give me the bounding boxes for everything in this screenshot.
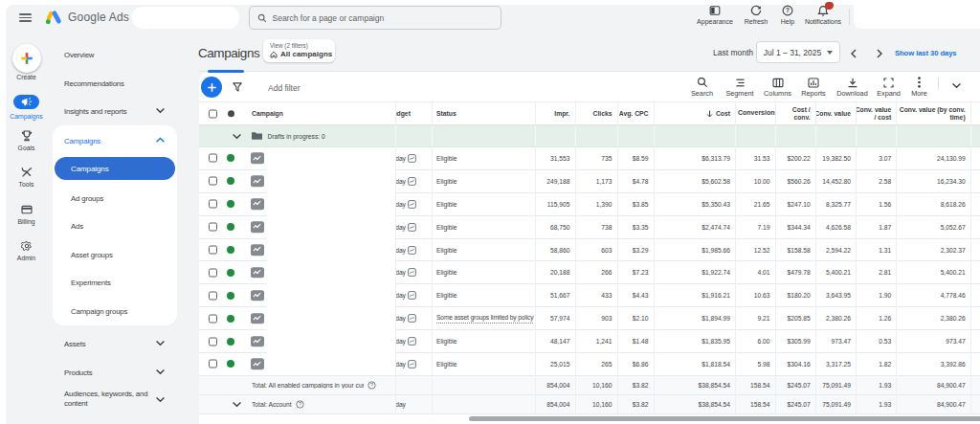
next-period-button[interactable] [876,49,884,57]
performance-chart-thumbnail[interactable] [251,153,264,165]
performance-chart-thumbnail[interactable] [251,198,264,210]
previous-period-button[interactable] [850,49,858,57]
global-search-box[interactable]: Search for a page or campaign [249,6,501,30]
drafts-cell-empty [536,125,576,147]
row-checkbox[interactable] [209,246,217,255]
nav-item-products[interactable]: Products [64,368,93,376]
cell-avg-cpc: $6.86 [618,353,655,376]
performance-chart-thumbnail[interactable] [251,290,264,301]
budget-report-icon[interactable] [408,291,416,300]
performance-chart-thumbnail[interactable] [251,359,264,370]
cell-cost: $38,854.54 [655,376,737,395]
budget-report-icon[interactable] [408,268,416,277]
nav-item-assets[interactable]: Assets [64,340,86,348]
nav-item-ads[interactable]: Ads [71,222,83,231]
row-checkbox[interactable] [209,177,217,186]
chevron-down-icon[interactable] [155,107,166,118]
add-filter-button[interactable]: Add filter [268,83,301,93]
budget-report-icon[interactable] [408,154,416,163]
view-filter-chip[interactable]: View (2 filters) All campaigns [263,39,335,62]
row-checkbox[interactable] [209,200,217,209]
drafts-cell-empty [776,125,816,147]
row-checkbox[interactable] [209,223,217,232]
nav-item-ad-groups[interactable]: Ad groups [71,193,103,202]
status-text[interactable]: Some asset groups limited by policy [436,313,533,324]
account-info-redacted [854,0,980,29]
select-all-checkbox[interactable] [209,109,217,118]
value: $200.22 [788,155,811,162]
value: 58,860 [550,247,569,254]
nav-section-campaigns[interactable]: Campaigns [64,136,100,145]
budget-report-icon[interactable] [408,200,416,209]
chevron-down-icon[interactable] [232,401,242,408]
performance-chart-thumbnail[interactable] [251,336,264,347]
header-action-notifications[interactable]: Notifications [802,5,844,32]
notifications-icon [817,5,829,16]
performance-chart-thumbnail[interactable] [251,313,264,324]
budget-report-icon[interactable] [408,360,416,368]
cell-conv-value: 75,091.49 [816,376,857,395]
filter-icon[interactable] [233,82,242,92]
cell-status: Eligible [433,239,536,262]
cell-clicks: 903 [576,307,618,330]
rail-item-create[interactable]: Create [0,44,53,80]
toolbar-action-more[interactable]: More [898,77,942,98]
value: $1,916.21 [702,292,730,299]
rail-item-goals[interactable]: Goals [0,130,53,152]
header-cell-cost: Cost [655,102,737,125]
date-range-value: Jul 1 – 31, 2025 [764,48,822,57]
rail-item-campaigns[interactable]: Campaigns [0,95,53,120]
notification-badge [825,2,835,10]
performance-chart-thumbnail[interactable] [251,267,264,279]
horizontal-scrollbar-thumb[interactable] [469,416,980,421]
cell-clicks: 1,390 [576,193,618,216]
row-checkbox[interactable] [209,291,217,300]
budget-report-icon[interactable] [408,246,416,255]
nav-item-asset-groups[interactable]: Asset groups [71,250,113,258]
rail-item-admin[interactable]: Admin [0,239,53,261]
chevron-down-icon[interactable] [155,368,166,379]
rail-item-billing[interactable]: Billing [0,203,53,225]
new-campaign-button[interactable] [201,77,222,98]
show-last-30-days-link[interactable]: Show last 30 days [895,49,957,57]
nav-selected-pill[interactable]: Campaigns [55,157,175,180]
nav-item-audiences-keywords-content[interactable]: Audiences, keywords, andcontent [64,390,147,410]
budget-report-icon[interactable] [408,314,416,323]
help-circle-icon[interactable]: ? [368,381,376,390]
budget-suffix: /day [396,401,406,408]
budget-report-icon[interactable] [408,177,416,186]
row-checkbox[interactable] [209,337,217,346]
nav-item-recommendations[interactable]: Recommendations [64,78,124,87]
budget-report-icon[interactable] [408,223,416,232]
row-checkbox[interactable] [209,268,217,277]
value: $3.29 [633,247,649,254]
header-action-appearance[interactable]: Appearance [694,5,736,32]
cell-total-label: Total: All enabled campaigns in your cur… [199,376,396,395]
performance-chart-thumbnail[interactable] [251,244,264,256]
performance-chart-thumbnail[interactable] [251,176,264,188]
nav-item-overview[interactable]: Overview [64,51,94,59]
rail-item-tools[interactable]: Tools [0,167,53,189]
row-checkbox[interactable] [209,360,217,368]
nav-item-campaign-groups[interactable]: Campaign groups [71,307,127,316]
chevron-down-icon[interactable] [155,396,166,407]
chevron-down-icon[interactable] [232,133,242,140]
chevron-down-icon[interactable] [155,340,166,350]
hamburger-menu-icon[interactable] [19,13,32,22]
row-checkbox[interactable] [209,314,217,323]
campaign-names-redacted [267,147,395,375]
nav-item-insights-and-reports[interactable]: Insights and reports [64,107,126,116]
row-checkbox[interactable] [209,154,217,163]
help-circle-icon[interactable]: ? [296,400,304,409]
cell-conversions: 158.54 [736,376,776,395]
budget-report-icon[interactable] [408,337,416,346]
value: 84,900.47 [937,401,966,408]
nav-item-experiments[interactable]: Experiments [71,279,111,287]
performance-chart-thumbnail[interactable] [251,221,264,233]
collapse-toolbar-chevron-icon[interactable] [951,82,962,89]
date-range-picker[interactable]: Jul 1 – 31, 2025 [756,41,840,63]
toolbar-action-reports[interactable]: Reports [791,77,835,98]
status-filter-dot[interactable] [228,110,235,118]
drafts-row[interactable]: Drafts in progress: 0 [199,125,980,147]
chevron-up-icon[interactable] [155,137,166,147]
